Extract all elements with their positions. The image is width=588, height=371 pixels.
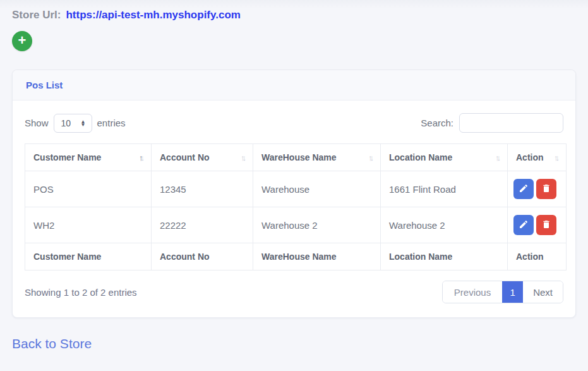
showing-info: Showing 1 to 2 of 2 entries bbox=[25, 287, 137, 298]
footer-column-warehouse-name: WareHouse Name bbox=[253, 243, 381, 271]
store-url-link[interactable]: https://api-test-mh.myshopify.com bbox=[66, 9, 240, 21]
table-controls: Show 10 ▲▼ entries Search: bbox=[25, 113, 563, 133]
column-header-warehouse-name[interactable]: WareHouse Name ↑↓ bbox=[253, 144, 381, 171]
pos-table: Customer Name ↑↓ Account No ↑↓ bbox=[25, 143, 567, 271]
column-label: Account No bbox=[160, 152, 210, 162]
pagination: Previous 1 Next bbox=[442, 281, 563, 303]
select-caret-icon: ▲▼ bbox=[81, 120, 86, 126]
column-header-customer-name[interactable]: Customer Name ↑↓ bbox=[25, 144, 152, 171]
cell-customer-name: WH2 bbox=[25, 207, 152, 243]
edit-button[interactable] bbox=[513, 215, 534, 235]
table-footer-bar: Showing 1 to 2 of 2 entries Previous 1 N… bbox=[25, 281, 563, 303]
table-header-row: Customer Name ↑↓ Account No ↑↓ bbox=[25, 144, 567, 171]
plus-icon: + bbox=[18, 33, 27, 47]
cell-actions bbox=[508, 171, 567, 207]
card-body: Show 10 ▲▼ entries Search: bbox=[13, 100, 575, 317]
pagination-previous-button[interactable]: Previous bbox=[443, 281, 502, 303]
back-to-store-link[interactable]: Back to Store bbox=[12, 336, 92, 351]
pagination-page-1-button[interactable]: 1 bbox=[502, 281, 523, 303]
column-label: WareHouse Name bbox=[261, 152, 337, 162]
footer-column-customer-name: Customer Name bbox=[25, 243, 152, 271]
add-pos-button[interactable]: + bbox=[12, 31, 32, 51]
column-header-location-name[interactable]: Location Name ↑↓ bbox=[381, 144, 508, 171]
cell-location-name: Warehouse 2 bbox=[381, 207, 508, 243]
trash-icon bbox=[541, 183, 551, 195]
card-title: Pos List bbox=[26, 80, 63, 90]
pencil-icon bbox=[519, 219, 529, 231]
table-row: WH2 22222 Warehouse 2 Warehouse 2 bbox=[25, 207, 567, 243]
pos-list-card: Pos List Show 10 ▲▼ entries Search: bbox=[12, 70, 576, 318]
search-group: Search: bbox=[421, 113, 563, 133]
sort-icon: ↑↓ bbox=[495, 153, 501, 162]
column-label: Action bbox=[516, 152, 544, 162]
table-row: POS 12345 Warehouse 1661 Flint Road bbox=[25, 171, 567, 207]
delete-button[interactable] bbox=[536, 179, 556, 199]
column-label: Customer Name bbox=[33, 152, 101, 162]
pos-list-page: Store Url: https://api-test-mh.myshopify… bbox=[0, 0, 588, 371]
footer-column-location-name: Location Name bbox=[381, 243, 508, 271]
sort-icon: ↑↓ bbox=[241, 153, 246, 162]
table-footer-row: Customer Name Account No WareHouse Name … bbox=[25, 243, 567, 271]
cell-account-no: 12345 bbox=[152, 171, 253, 207]
sort-icon: ↑↓ bbox=[139, 153, 145, 162]
show-label: Show bbox=[25, 118, 49, 128]
cell-warehouse-name: Warehouse 2 bbox=[253, 207, 381, 243]
cell-warehouse-name: Warehouse bbox=[253, 171, 381, 207]
entries-label: entries bbox=[97, 118, 126, 128]
card-header: Pos List bbox=[13, 70, 575, 100]
column-label: Location Name bbox=[389, 152, 452, 162]
column-header-account-no[interactable]: Account No ↑↓ bbox=[152, 144, 253, 171]
column-header-action[interactable]: Action ↑↓ bbox=[508, 144, 567, 171]
footer-column-account-no: Account No bbox=[152, 243, 253, 271]
sort-icon: ↑↓ bbox=[368, 153, 374, 162]
store-url-row: Store Url: https://api-test-mh.myshopify… bbox=[12, 8, 576, 21]
page-length-select[interactable]: 10 ▲▼ bbox=[54, 114, 92, 133]
store-url-label: Store Url: bbox=[12, 9, 61, 21]
search-input[interactable] bbox=[459, 113, 563, 133]
delete-button[interactable] bbox=[536, 215, 556, 235]
pagination-next-button[interactable]: Next bbox=[523, 281, 563, 303]
footer-column-action: Action bbox=[508, 243, 567, 271]
cell-actions bbox=[508, 207, 567, 243]
page-length-value: 10 bbox=[61, 118, 71, 128]
pencil-icon bbox=[519, 183, 529, 195]
cell-account-no: 22222 bbox=[152, 207, 253, 243]
cell-location-name: 1661 Flint Road bbox=[381, 171, 508, 207]
page-length-group: Show 10 ▲▼ entries bbox=[25, 114, 126, 133]
trash-icon bbox=[541, 219, 551, 231]
sort-icon: ↑↓ bbox=[554, 153, 560, 162]
cell-customer-name: POS bbox=[25, 171, 152, 207]
search-label: Search: bbox=[421, 118, 453, 128]
edit-button[interactable] bbox=[513, 179, 534, 199]
